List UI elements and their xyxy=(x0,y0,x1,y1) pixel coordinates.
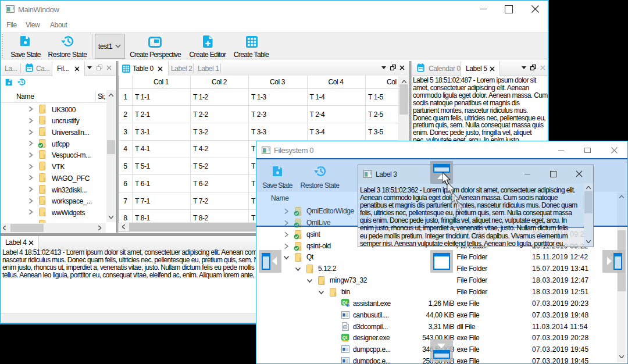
svg-text:?: ? xyxy=(347,303,349,307)
svg-text:Qt: Qt xyxy=(342,334,348,340)
